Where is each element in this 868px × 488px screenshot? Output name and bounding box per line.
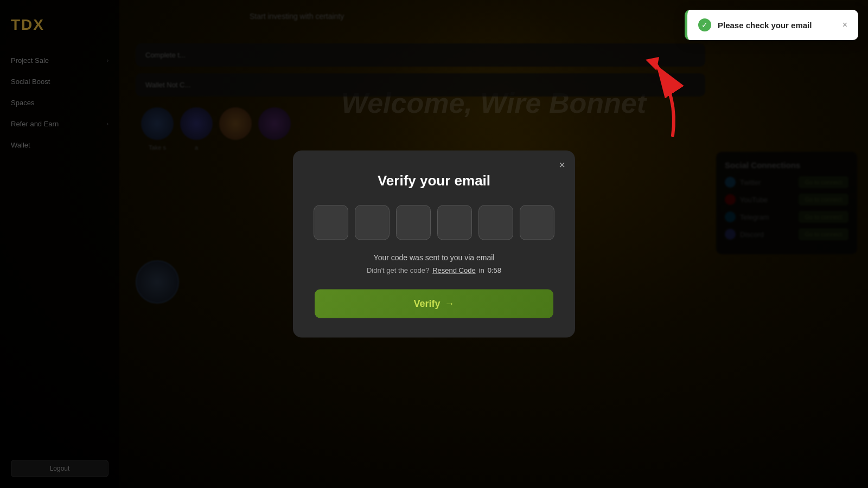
verify-label: Verify [413,298,440,310]
modal-title: Verify your email [315,172,553,189]
resend-row: Didn't get the code? Resend Code in 0:58 [315,266,553,274]
otp-input-4[interactable] [437,206,472,240]
toast-close-button[interactable]: × [843,20,847,30]
otp-input-1[interactable] [314,206,348,240]
toast-notification: ✓ Please check your email × [685,10,858,40]
toast-success-icon: ✓ [698,18,711,31]
verify-email-modal: × Verify your email Your code was sent t… [293,151,575,338]
resend-code-link[interactable]: Resend Code [432,266,476,274]
resend-prefix: Didn't get the code? [367,266,429,274]
otp-input-6[interactable] [520,206,554,240]
otp-input-group [315,206,553,240]
otp-input-5[interactable] [478,206,513,240]
red-arrow-annotation [629,54,694,143]
otp-input-3[interactable] [396,206,431,240]
modal-close-button[interactable]: × [559,159,565,170]
timer-prefix: in [479,266,484,274]
toast-message: Please check your email [718,21,836,30]
sent-text: Your code was sent to you via email [315,253,553,262]
countdown-timer: 0:58 [488,266,501,274]
verify-arrow-icon: → [445,298,455,310]
otp-input-2[interactable] [355,206,390,240]
verify-button[interactable]: Verify → [315,290,553,318]
